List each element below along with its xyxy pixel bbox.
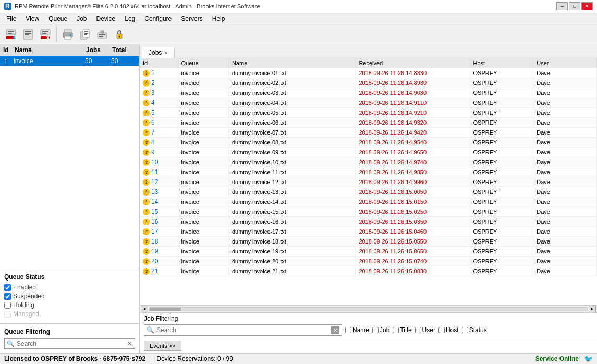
job-name-cell: dummy invoice-07.txt [228,128,355,138]
job-host-cell: OSPREY [470,88,533,98]
job-host-cell: OSPREY [470,78,533,88]
menu-item-job[interactable]: Job [72,14,91,23]
scroll-thumb[interactable] [150,308,181,311]
table-row[interactable]: ⏱21invoicedummy invoice-21.txt2018-09-26… [140,266,597,276]
toolbar-btn-print[interactable] [60,27,76,42]
job-received-cell: 2018-09-26 11:26:15.0650 [356,247,470,257]
minimize-button[interactable]: ─ [556,2,568,10]
toolbar-btn-copy[interactable] [77,27,93,42]
table-row[interactable]: ⏱18invoicedummy invoice-18.txt2018-09-26… [140,237,597,247]
filter-title-checkbox[interactable] [393,327,399,333]
job-id: ⏱14 [143,198,175,205]
menu-item-queue[interactable]: Queue [44,14,71,23]
job-queue-cell: invoice [178,207,228,217]
job-id: ⏱15 [143,208,175,215]
managed-checkbox[interactable] [4,311,11,318]
filter-user-checkbox[interactable] [415,327,421,333]
holding-checkbox[interactable] [4,302,11,309]
maximize-button[interactable]: □ [569,2,580,10]
table-row[interactable]: ⏱10invoicedummy invoice-10.txt2018-09-26… [140,157,597,167]
job-queue-cell: invoice [178,237,228,247]
job-search-input[interactable] [156,326,329,334]
table-row[interactable]: ⏱9invoicedummy invoice-09.txt2018-09-26 … [140,148,597,157]
tab-jobs[interactable]: Jobs ✕ [142,47,175,58]
table-row[interactable]: ⏱14invoicedummy invoice-14.txt2018-09-26… [140,197,597,207]
job-search-icon: 🔍 [147,326,154,334]
job-host-cell: OSPREY [470,98,533,108]
table-row[interactable]: ⏱5invoicedummy invoice-05.txt2018-09-26 … [140,108,597,118]
svg-rect-25 [84,33,88,34]
menu-item-device[interactable]: Device [92,14,120,23]
menu-item-configure[interactable]: Configure [140,14,176,23]
table-row[interactable]: ⏱3invoicedummy invoice-03.txt2018-09-26 … [140,88,597,98]
jobs-table-container[interactable]: Id Queue Name Received Host User ⏱1invoi… [140,58,597,305]
queue-list-header: Id Name Jobs Total [0,44,139,56]
table-row[interactable]: ⏱1invoicedummy invoice-01.txt2018-09-26 … [140,68,597,78]
suspended-checkbox[interactable] [4,293,11,300]
job-received-cell: 2018-09-26 11:26:14.9110 [356,98,470,108]
tab-jobs-close-icon[interactable]: ✕ [164,50,168,56]
job-name-cell: dummy invoice-21.txt [228,266,355,276]
events-button[interactable]: Events >> [144,341,181,351]
job-user-cell: Dave [533,68,597,78]
enabled-checkbox[interactable] [4,284,11,291]
list-item[interactable]: 1 invoice 50 50 [0,56,139,66]
filter-job-checkbox[interactable] [372,327,379,333]
filter-status-checkbox[interactable] [462,327,468,333]
toolbar-btn-lock[interactable] [112,27,127,42]
table-row[interactable]: ⏱15invoicedummy invoice-15.txt2018-09-26… [140,207,597,217]
job-received-cell: 2018-09-26 11:26:14.9540 [356,138,470,148]
toolbar-btn-delete[interactable] [38,27,53,42]
toolbar-btn-device[interactable] [94,27,110,42]
toolbar: + [0,25,597,44]
queue-search-clear-button[interactable]: ✕ [127,340,132,347]
menu-item-log[interactable]: Log [120,14,139,23]
job-name-cell: dummy invoice-05.txt [228,108,355,118]
job-received-cell: 2018-09-26 11:26:14.8930 [356,78,470,88]
table-row[interactable]: ⏱17invoicedummy invoice-17.txt2018-09-26… [140,227,597,237]
filter-name-checkbox[interactable] [345,327,351,333]
job-id: ⏱2 [143,79,175,87]
service-status: Service Online [535,355,579,362]
queue-search-input[interactable] [17,340,125,347]
job-queue-cell: invoice [178,148,228,157]
table-row[interactable]: ⏱12invoicedummy invoice-12.txt2018-09-26… [140,177,597,187]
table-horizontal-scrollbar[interactable]: ◄ ► [140,305,597,312]
license-text: Licensed to OSPREY of Brooks - 6875-975-… [4,355,145,362]
job-host-cell: OSPREY [470,118,533,128]
table-row[interactable]: ⏱16invoicedummy invoice-16.txt2018-09-26… [140,217,597,227]
table-row[interactable]: ⏱6invoicedummy invoice-06.txt2018-09-26 … [140,118,597,128]
svg-rect-4 [8,31,14,32]
enabled-label: Enabled [13,284,36,291]
table-row[interactable]: ⏱2invoicedummy invoice-02.txt2018-09-26 … [140,78,597,88]
table-row[interactable]: ⏱13invoicedummy invoice-13.txt2018-09-26… [140,187,597,197]
job-id: ⏱17 [143,228,175,235]
filter-host-checkbox[interactable] [438,327,445,333]
scroll-track[interactable] [149,307,588,311]
menu-item-view[interactable]: View [21,14,43,23]
menu-item-servers[interactable]: Servers [177,14,206,23]
job-id: ⏱5 [143,109,175,116]
scroll-right-button[interactable]: ► [589,306,596,313]
window-controls: ─ □ ✕ [556,2,593,10]
toolbar-separator-1 [56,27,57,42]
svg-rect-28 [99,34,105,35]
toolbar-btn-properties[interactable] [20,27,36,42]
table-row[interactable]: ⏱11invoicedummy invoice-11.txt2018-09-26… [140,167,597,177]
scroll-left-button[interactable]: ◄ [141,306,148,313]
close-button[interactable]: ✕ [581,2,593,10]
svg-rect-10 [25,33,31,34]
table-row[interactable]: ⏱7invoicedummy invoice-07.txt2018-09-26 … [140,128,597,138]
table-row[interactable]: ⏱19invoicedummy invoice-19.txt2018-09-26… [140,247,597,257]
job-search-clear-button[interactable]: ✕ [331,326,339,334]
job-name-cell: dummy invoice-15.txt [228,207,355,217]
job-received-cell: 2018-09-26 11:26:14.9210 [356,108,470,118]
table-row[interactable]: ⏱4invoicedummy invoice-04.txt2018-09-26 … [140,98,597,108]
menu-item-file[interactable]: File [2,14,20,23]
table-row[interactable]: ⏱8invoicedummy invoice-08.txt2018-09-26 … [140,138,597,148]
right-panel: Jobs ✕ Id Queue Name Received Host User [140,44,597,353]
menu-item-help[interactable]: Help [208,14,229,23]
toolbar-btn-new-queue[interactable]: + [3,27,19,42]
table-row[interactable]: ⏱20invoicedummy invoice-20.txt2018-09-26… [140,257,597,266]
job-id: ⏱18 [143,238,175,245]
